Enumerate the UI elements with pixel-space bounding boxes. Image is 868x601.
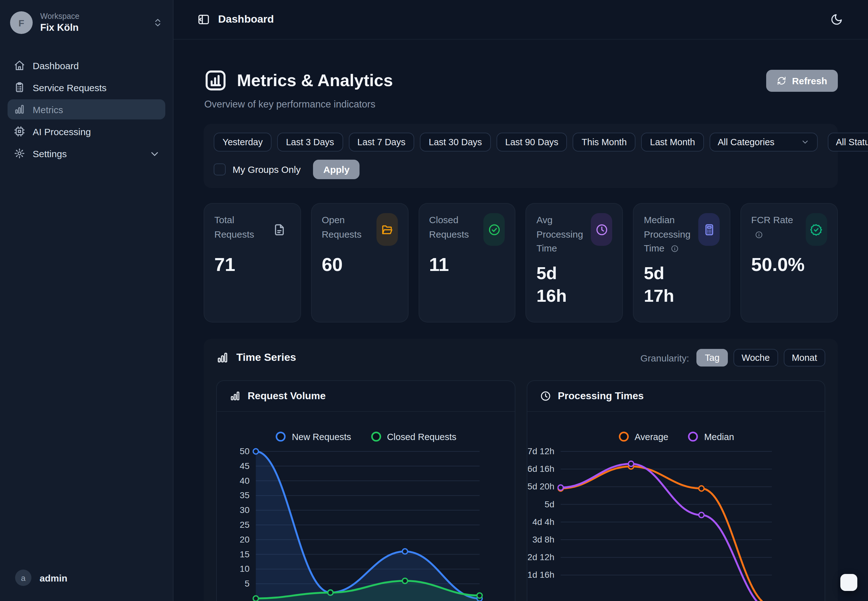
stat-card-top: FCR Rate <box>751 213 827 246</box>
legend-item-closed-requests[interactable]: Closed Requests <box>370 431 456 442</box>
clock-icon <box>540 390 551 402</box>
sidebar-item-ai-processing[interactable]: AI Processing <box>8 122 165 142</box>
chevron-down-icon <box>801 138 810 146</box>
status-select-value: All Statuses <box>836 137 868 147</box>
range-pill-this-month[interactable]: This Month <box>573 133 635 151</box>
workspace-avatar: F <box>10 11 33 34</box>
page-subtitle: Overview of key performance indicators <box>204 99 838 110</box>
user-name: admin <box>40 572 67 583</box>
refresh-button[interactable]: Refresh <box>766 69 838 92</box>
chart-square-icon <box>204 69 227 92</box>
category-select[interactable]: All Categories <box>710 133 818 151</box>
legend-swatch <box>618 431 629 442</box>
svg-text:1d 16h: 1d 16h <box>528 570 555 580</box>
stat-card-top: Total Requests <box>214 213 290 246</box>
range-pill-last-30-days[interactable]: Last 30 Days <box>420 133 490 151</box>
svg-text:35: 35 <box>239 490 249 500</box>
my-groups-checkbox[interactable] <box>214 163 225 175</box>
stat-label: Closed Requests <box>429 213 479 246</box>
refresh-label: Refresh <box>792 75 827 86</box>
sidebar-item-dashboard[interactable]: Dashboard <box>8 56 165 76</box>
stat-value: 50.0% <box>751 252 827 277</box>
panel-left-icon[interactable] <box>197 13 210 26</box>
request-volume-card: Request Volume New RequestsClosed Reques… <box>216 380 515 601</box>
svg-text:15: 15 <box>239 549 249 559</box>
processing-times-chart: 7d 12h6d 16h5d 20h5d4d 4h3d 8h2d 12h1d 1… <box>528 446 824 601</box>
topbar: Dashboard <box>174 0 868 40</box>
floating-widget-button[interactable] <box>841 574 857 591</box>
granularity-tag[interactable]: Tag <box>697 349 728 366</box>
file-text-icon <box>269 213 290 246</box>
clipboard-icon <box>14 82 25 93</box>
gear-icon <box>14 148 25 159</box>
home-icon <box>14 60 25 71</box>
svg-text:50: 50 <box>239 446 249 456</box>
sidebar-item-settings[interactable]: Settings <box>8 143 165 164</box>
legend-label: New Requests <box>292 432 351 442</box>
range-pill-last-3-days[interactable]: Last 3 Days <box>277 133 343 151</box>
legend-swatch <box>370 431 382 442</box>
legend-item-new-requests[interactable]: New Requests <box>275 431 351 442</box>
request-volume-header: Request Volume <box>217 381 515 411</box>
category-select-value: All Categories <box>718 137 775 147</box>
bar-chart-icon <box>229 390 241 402</box>
divider <box>217 411 515 412</box>
granularity-woche[interactable]: Woche <box>734 349 778 366</box>
stat-label: Avg Processing Time <box>536 213 586 256</box>
workspace-meta: Workspace Fix Köln <box>40 11 79 34</box>
info-icon <box>755 230 763 239</box>
processing-times-title: Processing Times <box>558 390 644 402</box>
stat-label: FCR Rate <box>751 213 801 246</box>
request-volume-chart: 5045403530252015105 <box>218 446 513 601</box>
sidebar-item-metrics[interactable]: Metrics <box>8 100 165 120</box>
main-area: Dashboard Metrics & Analytics Refresh Ov… <box>174 0 868 601</box>
sidebar-user[interactable]: a admin <box>0 560 173 601</box>
granularity-label: Granularity: <box>641 352 689 363</box>
stat-card-fcr-rate: FCR Rate 50.0% <box>740 203 838 322</box>
time-series-panel: Time Series Granularity: TagWocheMonat R… <box>204 339 838 601</box>
range-pill-group: YesterdayLast 3 DaysLast 7 DaysLast 30 D… <box>214 133 704 151</box>
workspace-switcher[interactable]: F Workspace Fix Köln <box>0 0 173 42</box>
request-volume-legend: New RequestsClosed Requests <box>217 431 515 442</box>
legend-label: Average <box>635 432 669 442</box>
sidebar-item-service-requests[interactable]: Service Requests <box>8 78 165 98</box>
apply-button[interactable]: Apply <box>313 160 359 179</box>
svg-text:20: 20 <box>239 535 249 545</box>
hero-row: Metrics & Analytics Refresh <box>204 69 838 92</box>
moon-icon[interactable] <box>830 13 843 26</box>
sidebar: F Workspace Fix Köln DashboardService Re… <box>0 0 174 601</box>
legend-item-median[interactable]: Median <box>687 431 734 442</box>
stat-label: Open Requests <box>322 213 372 246</box>
svg-text:5d: 5d <box>545 499 554 509</box>
processing-times-header: Processing Times <box>527 381 825 411</box>
range-pill-yesterday[interactable]: Yesterday <box>214 133 271 151</box>
sidebar-item-label: Settings <box>33 148 67 159</box>
calculator-icon <box>698 213 720 246</box>
content: Metrics & Analytics Refresh Overview of … <box>174 40 868 601</box>
granularity-group: Granularity: TagWocheMonat <box>641 349 825 366</box>
granularity-monat[interactable]: Monat <box>783 349 825 366</box>
status-select[interactable]: All Statuses <box>828 133 868 151</box>
sidebar-item-label: Metrics <box>33 104 63 115</box>
stat-label: Total Requests <box>214 213 264 246</box>
sidebar-item-label: Dashboard <box>33 60 79 71</box>
stat-card-top: Avg Processing Time <box>536 213 612 256</box>
svg-text:10: 10 <box>239 564 249 574</box>
svg-text:25: 25 <box>239 520 249 530</box>
select-group: All Categories All Statuses <box>710 133 868 151</box>
sidebar-nav: DashboardService RequestsMetricsAI Proce… <box>0 42 173 164</box>
legend-swatch <box>275 431 287 442</box>
sidebar-item-label: Service Requests <box>33 82 107 93</box>
stat-card-top: Open Requests <box>322 213 398 246</box>
svg-text:40: 40 <box>239 476 249 486</box>
range-pill-last-7-days[interactable]: Last 7 Days <box>349 133 414 151</box>
cpu-icon <box>14 126 25 137</box>
bar-chart-icon <box>14 104 25 115</box>
range-pill-last-month[interactable]: Last Month <box>641 133 704 151</box>
range-pill-last-90-days[interactable]: Last 90 Days <box>496 133 567 151</box>
sidebar-item-label: AI Processing <box>33 127 91 137</box>
viewport: F Workspace Fix Köln DashboardService Re… <box>0 0 868 601</box>
legend-item-average[interactable]: Average <box>618 431 669 442</box>
stat-value: 5d 17h <box>644 262 720 308</box>
svg-text:3d 8h: 3d 8h <box>532 535 554 545</box>
